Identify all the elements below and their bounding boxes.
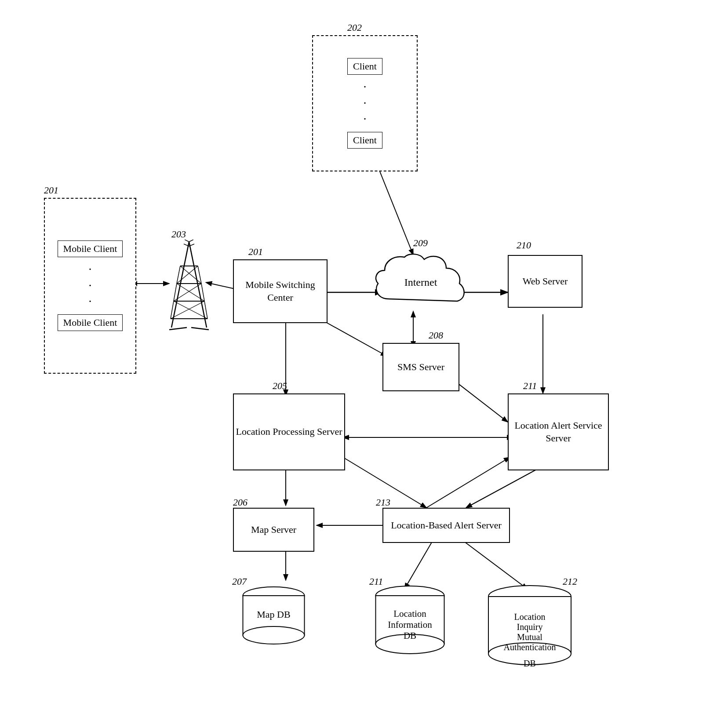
svg-line-31	[174, 284, 177, 301]
svg-line-39	[174, 301, 207, 319]
svg-text:Map DB: Map DB	[257, 609, 290, 620]
location-inquiry-db: Location Inquiry Mutual Authentication D…	[484, 585, 576, 673]
ref-201-msc: 201	[248, 246, 263, 258]
svg-text:Information: Information	[388, 619, 432, 630]
mobile-client-dots: ···	[89, 262, 92, 309]
ref-205: 205	[273, 380, 287, 392]
tower-icon	[167, 240, 211, 332]
ref-211-lass: 211	[523, 380, 537, 392]
location-alert-service-server: Location Alert Service Server	[508, 393, 609, 470]
svg-line-46	[191, 328, 209, 330]
web-server: Web Server	[508, 255, 582, 308]
sms-server: SMS Server	[382, 343, 459, 391]
ref-206: 206	[233, 497, 248, 508]
client-box-1: Client	[347, 58, 382, 75]
location-inquiry-db-label-extra: DB	[484, 658, 576, 669]
svg-text:Authentication: Authentication	[504, 642, 556, 652]
svg-line-34	[204, 301, 207, 319]
svg-line-19	[426, 457, 510, 508]
location-information-db: Location Information DB	[371, 585, 448, 662]
svg-line-40	[171, 301, 204, 319]
ref-209: 209	[413, 237, 428, 249]
mobile-client-group: Mobile Client ··· Mobile Client	[44, 198, 136, 374]
svg-text:DB: DB	[404, 630, 416, 641]
svg-line-23	[171, 242, 189, 328]
map-db: Map DB	[240, 585, 308, 646]
svg-text:Inquiry: Inquiry	[517, 622, 543, 632]
ref-213: 213	[376, 497, 390, 508]
client-box-2: Client	[347, 132, 382, 149]
ref-201-mobile: 201	[44, 185, 58, 196]
svg-line-41	[185, 240, 189, 242]
client-group: Client ··· Client	[312, 35, 418, 171]
mobile-client-box-2: Mobile Client	[58, 314, 123, 331]
svg-line-42	[189, 240, 193, 242]
svg-point-50	[243, 626, 305, 644]
client-dots: ···	[364, 79, 367, 127]
ref-210: 210	[517, 240, 531, 251]
svg-line-37	[177, 284, 204, 301]
svg-line-21	[404, 536, 435, 589]
svg-line-45	[169, 328, 187, 330]
svg-line-17	[466, 466, 543, 508]
location-processing-server: Location Processing Server	[233, 393, 345, 470]
diagram: 201 Mobile Client ··· Mobile Client 203	[0, 0, 728, 728]
ref-203: 203	[171, 229, 186, 240]
svg-line-38	[174, 284, 201, 301]
location-based-alert-server: Location-Based Alert Server	[382, 508, 510, 543]
svg-text:Location: Location	[514, 612, 545, 622]
internet-cloud: Internet	[371, 251, 470, 317]
mobile-switching-center: Mobile Switching Center	[233, 259, 328, 323]
ref-208: 208	[429, 330, 443, 341]
svg-line-22	[457, 536, 528, 589]
svg-line-32	[201, 284, 204, 301]
mobile-client-box-1: Mobile Client	[58, 240, 123, 258]
ref-202: 202	[347, 22, 362, 33]
svg-text:Internet: Internet	[404, 277, 437, 288]
map-server: Map Server	[233, 508, 314, 552]
svg-text:Mutual: Mutual	[517, 632, 542, 642]
svg-line-24	[189, 242, 207, 328]
svg-line-33	[171, 301, 174, 319]
svg-text:Location: Location	[393, 608, 426, 619]
